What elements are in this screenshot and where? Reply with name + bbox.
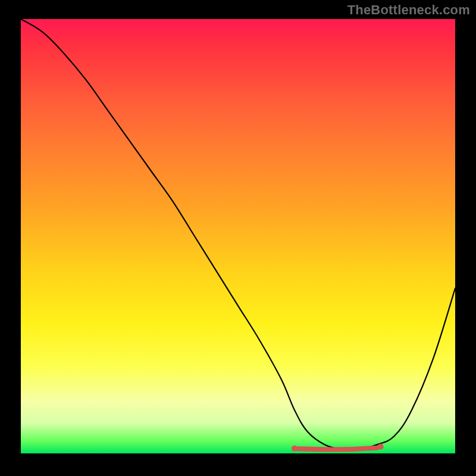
chart-svg (21, 19, 455, 453)
plot-area (21, 19, 455, 453)
bottleneck-curve (21, 19, 455, 450)
watermark-text: TheBottleneck.com (347, 2, 470, 18)
svg-point-0 (292, 446, 298, 452)
svg-point-1 (378, 444, 384, 450)
optimal-region-marker (295, 448, 377, 450)
chart-frame: TheBottleneck.com (0, 0, 476, 476)
